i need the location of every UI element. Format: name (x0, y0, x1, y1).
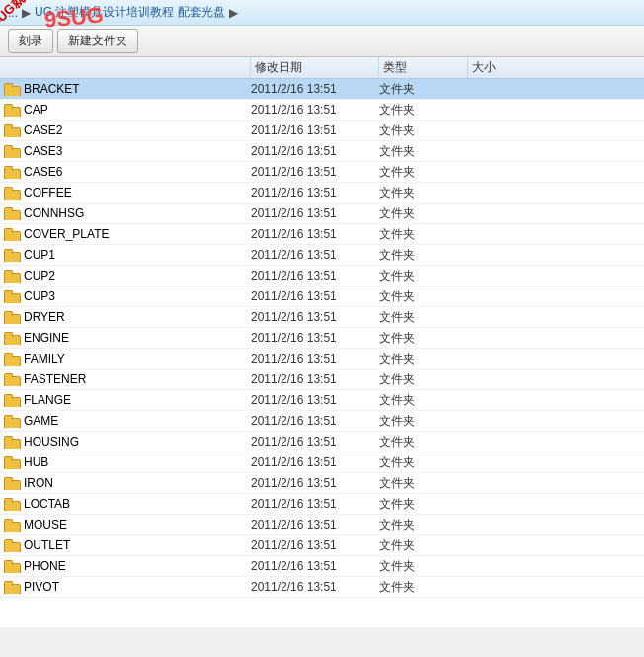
file-name-text: PIVOT (24, 580, 59, 594)
folder-icon (4, 538, 20, 552)
file-name-text: DRYER (24, 310, 65, 324)
file-name-text: LOCTAB (24, 497, 70, 511)
file-type-cell: 文件夹 (375, 454, 464, 471)
file-type-cell: 文件夹 (375, 579, 464, 596)
file-date-cell: 2011/2/16 13:51 (247, 103, 375, 117)
file-date-cell: 2011/2/16 13:51 (247, 248, 375, 262)
folder-icon (4, 331, 20, 345)
file-name-cell: CONNHSG (0, 206, 247, 220)
folder-icon (4, 103, 20, 117)
file-name-text: COFFEE (24, 186, 72, 200)
file-date-cell: 2011/2/16 13:51 (247, 372, 375, 386)
file-type-cell: 文件夹 (375, 268, 464, 285)
table-row[interactable]: CAP 2011/2/16 13:51 文件夹 (0, 100, 644, 121)
file-name-text: OUTLET (24, 538, 70, 552)
file-date-cell: 2011/2/16 13:51 (247, 580, 375, 594)
file-name-text: CUP1 (24, 248, 55, 262)
file-name-text: MOUSE (24, 518, 67, 532)
table-row[interactable]: CUP3 2011/2/16 13:51 文件夹 (0, 287, 644, 307)
table-row[interactable]: GAME 2011/2/16 13:51 文件夹 (0, 411, 644, 432)
folder-icon (4, 165, 20, 179)
file-date-cell: 2011/2/16 13:51 (247, 227, 375, 241)
table-row[interactable]: IRON 2011/2/16 13:51 文件夹 (0, 473, 644, 494)
file-name-cell: CASE6 (0, 165, 247, 179)
file-date-cell: 2011/2/16 13:51 (247, 331, 375, 345)
file-name-cell: BRACKET (0, 82, 247, 96)
file-type-cell: 文件夹 (375, 475, 464, 492)
table-row[interactable]: MOUSE 2011/2/16 13:51 文件夹 (0, 515, 644, 535)
table-row[interactable]: OUTLET 2011/2/16 13:51 文件夹 (0, 535, 644, 556)
file-date-cell: 2011/2/16 13:51 (247, 476, 375, 490)
file-type-cell: 文件夹 (375, 164, 464, 181)
new-folder-button[interactable]: 新建文件夹 (57, 29, 138, 53)
table-row[interactable]: FAMILY 2011/2/16 13:51 文件夹 (0, 349, 644, 370)
folder-icon (4, 497, 20, 511)
col-type-header[interactable]: 类型 (379, 57, 468, 78)
table-row[interactable]: PHONE 2011/2/16 13:51 文件夹 (0, 556, 644, 577)
file-name-text: CUP2 (24, 269, 55, 283)
file-date-cell: 2011/2/16 13:51 (247, 310, 375, 324)
file-date-cell: 2011/2/16 13:51 (247, 269, 375, 283)
folder-icon (4, 455, 20, 469)
file-type-cell: 文件夹 (375, 102, 464, 119)
table-row[interactable]: CASE2 2011/2/16 13:51 文件夹 (0, 121, 644, 141)
table-row[interactable]: CUP1 2011/2/16 13:51 文件夹 (0, 245, 644, 266)
file-name-cell: ENGINE (0, 331, 247, 345)
file-date-cell: 2011/2/16 13:51 (247, 289, 375, 303)
burn-button[interactable]: 刻录 (8, 29, 53, 53)
file-name-cell: FAMILY (0, 352, 247, 366)
col-size-header[interactable]: 大小 (468, 57, 547, 78)
col-date-header[interactable]: 修改日期 (251, 57, 379, 78)
breadcrumb-sep-1: ▶ (22, 6, 31, 20)
table-row[interactable]: COVER_PLATE 2011/2/16 13:51 文件夹 (0, 224, 644, 245)
file-name-text: CASE2 (24, 123, 62, 137)
file-type-cell: 文件夹 (375, 496, 464, 513)
file-type-cell: 文件夹 (375, 123, 464, 139)
table-row[interactable]: HOUSING 2011/2/16 13:51 文件夹 (0, 432, 644, 452)
table-row[interactable]: BRACKET 2011/2/16 13:51 文件夹 (0, 79, 644, 100)
table-row[interactable]: ENGINE 2011/2/16 13:51 文件夹 (0, 328, 644, 349)
folder-icon (4, 289, 20, 303)
table-row[interactable]: COFFEE 2011/2/16 13:51 文件夹 (0, 183, 644, 204)
folder-icon (4, 82, 20, 96)
table-row[interactable]: FLANGE 2011/2/16 13:51 文件夹 (0, 390, 644, 411)
file-type-cell: 文件夹 (375, 517, 464, 534)
table-row[interactable]: CONNHSG 2011/2/16 13:51 文件夹 (0, 204, 644, 224)
file-name-text: CASE6 (24, 165, 62, 179)
file-date-cell: 2011/2/16 13:51 (247, 352, 375, 366)
file-name-cell: OUTLET (0, 538, 247, 552)
breadcrumb-item-1[interactable]: ... (8, 6, 18, 20)
file-name-text: HOUSING (24, 435, 79, 449)
file-list: BRACKET 2011/2/16 13:51 文件夹 CAP 2011/2/1… (0, 79, 644, 627)
col-name-header[interactable] (4, 57, 251, 78)
folder-icon (4, 269, 20, 283)
toolbar: 刻录 新建文件夹 (0, 26, 644, 57)
folder-icon (4, 352, 20, 366)
breadcrumb-item-2[interactable]: UG 注塑模具设计培训教程 配套光盘 (35, 4, 225, 21)
file-name-text: CONNHSG (24, 206, 84, 220)
table-row[interactable]: CASE3 2011/2/16 13:51 文件夹 (0, 141, 644, 162)
file-date-cell: 2011/2/16 13:51 (247, 82, 375, 96)
table-row[interactable]: CASE6 2011/2/16 13:51 文件夹 (0, 162, 644, 183)
folder-icon (4, 559, 20, 573)
table-row[interactable]: FASTENER 2011/2/16 13:51 文件夹 (0, 370, 644, 390)
table-row[interactable]: PIVOT 2011/2/16 13:51 文件夹 (0, 577, 644, 598)
file-name-cell: CUP1 (0, 248, 247, 262)
file-name-text: CUP3 (24, 289, 55, 303)
file-name-text: CASE3 (24, 144, 62, 158)
file-type-cell: 文件夹 (375, 226, 464, 243)
file-name-cell: CASE3 (0, 144, 247, 158)
folder-icon (4, 123, 20, 137)
file-name-text: HUB (24, 455, 48, 469)
file-date-cell: 2011/2/16 13:51 (247, 186, 375, 200)
table-row[interactable]: CUP2 2011/2/16 13:51 文件夹 (0, 266, 644, 287)
file-date-cell: 2011/2/16 13:51 (247, 538, 375, 552)
file-date-cell: 2011/2/16 13:51 (247, 144, 375, 158)
table-row[interactable]: DRYER 2011/2/16 13:51 文件夹 (0, 307, 644, 328)
file-type-cell: 文件夹 (375, 81, 464, 98)
table-row[interactable]: LOCTAB 2011/2/16 13:51 文件夹 (0, 494, 644, 515)
breadcrumb-sep-2: ▶ (229, 6, 238, 20)
file-name-text: ENGINE (24, 331, 69, 345)
column-header: 修改日期 类型 大小 (0, 57, 644, 79)
table-row[interactable]: HUB 2011/2/16 13:51 文件夹 (0, 452, 644, 473)
